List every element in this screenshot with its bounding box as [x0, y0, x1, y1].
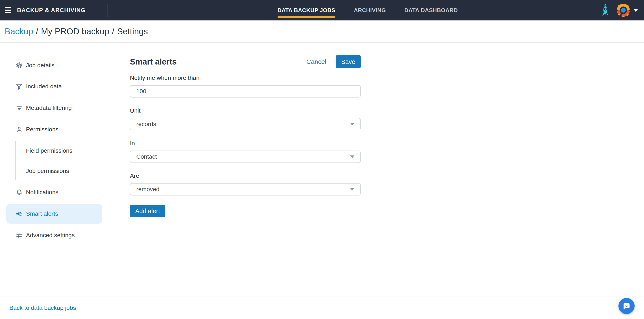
are-label: Are	[130, 172, 139, 179]
backup-archiving-app: BACKUP & ARCHIVING DATA BACKUP JOBS ARCH…	[0, 0, 644, 319]
unit-label: Unit	[130, 107, 140, 114]
sidebar-item-notifications[interactable]: Notifications	[6, 186, 102, 199]
breadcrumb-job-name: My PROD backup	[41, 26, 109, 36]
breadcrumb-separator: /	[36, 26, 38, 36]
sidebar-item-job-permissions[interactable]: Job permissions	[6, 164, 102, 178]
megaphone-icon	[16, 210, 23, 218]
cancel-button[interactable]: Cancel	[306, 58, 326, 66]
sidebar-item-advanced-settings[interactable]: Advanced settings	[6, 229, 102, 242]
breadcrumb-separator: /	[112, 26, 114, 36]
rocket-icon[interactable]	[602, 3, 609, 17]
gear-icon	[16, 61, 23, 70]
are-action-select-value: removed	[136, 186, 160, 193]
footer-divider	[0, 296, 644, 296]
sidebar-item-smart-alerts[interactable]: Smart alerts	[6, 204, 102, 224]
sidebar-item-label: Field permissions	[26, 147, 72, 154]
sliders-icon	[16, 231, 23, 239]
chat-bubble-icon	[622, 302, 631, 310]
in-object-select[interactable]: Contact	[130, 150, 361, 163]
person-icon	[16, 126, 23, 134]
tab-data-dashboard[interactable]: DATA DASHBOARD	[404, 0, 458, 20]
sidebar-item-label: Advanced settings	[26, 232, 75, 239]
page-title: Smart alerts	[130, 57, 177, 66]
unit-select[interactable]: records	[130, 118, 361, 130]
app-logo[interactable]	[617, 4, 630, 17]
sidebar-item-field-permissions[interactable]: Field permissions	[6, 144, 102, 157]
sidebar-item-permissions[interactable]: Permissions	[6, 123, 102, 136]
sidebar-item-included-data[interactable]: Included data	[6, 80, 102, 93]
app-title: BACKUP & ARCHIVING	[17, 0, 86, 20]
tab-archiving[interactable]: ARCHIVING	[354, 0, 386, 20]
sidebar-item-label: Included data	[26, 83, 62, 90]
chevron-down-icon	[350, 188, 354, 190]
header-divider	[0, 42, 644, 42]
add-alert-button[interactable]: Add alert	[130, 205, 165, 217]
in-object-select-value: Contact	[136, 153, 157, 160]
filter-lines-icon	[16, 104, 23, 112]
sidebar-item-label: Permissions	[26, 126, 58, 133]
nav-right-controls	[602, 0, 638, 20]
notify-threshold-label: Notify me when more than	[130, 74, 200, 81]
sidebar-item-label: Notifications	[26, 189, 58, 196]
chat-launcher-button[interactable]	[618, 298, 635, 314]
save-button[interactable]: Save	[336, 55, 361, 68]
notify-threshold-input[interactable]	[130, 85, 361, 98]
breadcrumb-backup-link[interactable]: Backup	[5, 26, 33, 36]
sidebar-item-metadata-filtering[interactable]: Metadata filtering	[6, 102, 102, 114]
chevron-down-icon	[350, 156, 354, 158]
primary-nav-tabs: DATA BACKUP JOBS ARCHIVING DATA DASHBOAR…	[278, 0, 458, 20]
hamburger-menu-icon[interactable]	[5, 7, 11, 13]
bell-icon	[16, 188, 23, 196]
nav-title-divider	[108, 4, 108, 17]
profile-dropdown-caret-icon[interactable]	[633, 9, 638, 12]
sidebar-item-label: Metadata filtering	[26, 104, 72, 111]
unit-select-value: records	[136, 121, 156, 128]
top-nav: BACKUP & ARCHIVING DATA BACKUP JOBS ARCH…	[0, 0, 644, 20]
sidebar-item-label: Job details	[26, 62, 54, 69]
breadcrumb-current-page: Settings	[117, 26, 148, 36]
tab-data-backup-jobs[interactable]: DATA BACKUP JOBS	[278, 0, 335, 20]
sidebar-item-label: Job permissions	[26, 168, 69, 174]
breadcrumb: Backup / My PROD backup / Settings	[0, 20, 644, 42]
sidebar-item-job-details[interactable]: Job details	[6, 59, 102, 72]
chevron-down-icon	[350, 123, 354, 126]
funnel-icon	[16, 82, 23, 90]
sidebar-item-label: Smart alerts	[26, 210, 58, 217]
in-label: In	[130, 140, 135, 147]
back-to-data-backup-jobs-link[interactable]: Back to data backup jobs	[9, 304, 76, 311]
are-action-select[interactable]: removed	[130, 183, 361, 196]
